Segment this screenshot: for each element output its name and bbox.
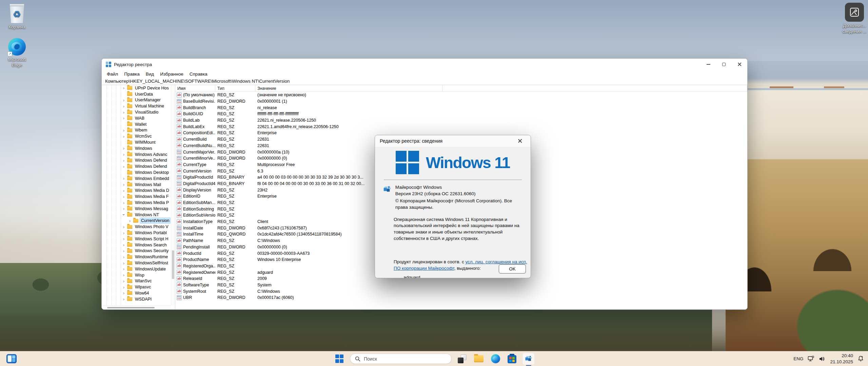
tree-item-7[interactable]: ›Wbem xyxy=(102,127,171,134)
chevron-right-icon[interactable]: › xyxy=(121,128,126,133)
start-button[interactable] xyxy=(333,353,346,365)
menu-item-2[interactable]: Вид xyxy=(143,70,157,78)
microsoft-store-button[interactable] xyxy=(506,353,518,365)
close-button[interactable] xyxy=(732,59,747,70)
value-row-1[interactable]: 011110BaseBuildRevisi...REG_DWORD0x00000… xyxy=(175,98,747,105)
chevron-right-icon[interactable]: › xyxy=(121,267,126,271)
chevron-right-icon[interactable]: › xyxy=(121,249,126,253)
tree-item-11[interactable]: ›Windows Advanc xyxy=(102,151,171,158)
tree-item-18[interactable]: ›Windows Media F xyxy=(102,194,171,200)
tree-item-9[interactable]: ›WIMMount xyxy=(102,139,171,145)
chevron-right-icon[interactable]: › xyxy=(121,176,126,181)
chevron-right-icon[interactable]: › xyxy=(121,237,126,241)
value-row-31[interactable]: abSystemRootREG_SZC:\Windows xyxy=(175,288,747,294)
network-icon[interactable] xyxy=(808,356,814,362)
taskbar-clock[interactable]: 20:40 21.10.2025 xyxy=(830,353,853,365)
chevron-right-icon[interactable]: › xyxy=(121,104,126,108)
tree-item-22[interactable]: ›CurrentVersion xyxy=(102,218,171,224)
chevron-right-icon[interactable]: › xyxy=(121,285,126,289)
chevron-right-icon[interactable]: › xyxy=(121,243,126,247)
maximize-button[interactable] xyxy=(716,59,732,70)
chevron-right-icon[interactable]: › xyxy=(121,146,126,150)
menu-item-0[interactable]: Файл xyxy=(104,70,121,78)
chevron-right-icon[interactable]: › xyxy=(121,86,126,90)
volume-icon[interactable] xyxy=(819,356,826,362)
address-bar[interactable]: Компьютер\HKEY_LOCAL_MACHINE\SOFTWARE\Mi… xyxy=(102,78,747,85)
tree-item-8[interactable]: ›WcmSvc xyxy=(102,133,171,139)
chevron-right-icon[interactable]: › xyxy=(121,164,126,169)
dialog-close-button[interactable] xyxy=(514,135,526,147)
notification-bell-dnd-icon[interactable]: z xyxy=(857,355,864,362)
chevron-right-icon[interactable]: › xyxy=(121,206,126,211)
tree-item-12[interactable]: ›Windows Defend xyxy=(102,158,171,164)
value-row-32[interactable]: 011110UBRREG_DWORD0x000017ac (6060) xyxy=(175,294,747,301)
edge-button[interactable] xyxy=(489,353,501,365)
tree-item-35[interactable]: ›WSDAPI xyxy=(102,296,171,302)
tree-item-16[interactable]: ›Windows Mail xyxy=(102,182,171,188)
chevron-right-icon[interactable]: › xyxy=(121,110,126,115)
tree-item-0[interactable]: ›UPnP Device Hos xyxy=(102,85,171,91)
tree-item-30[interactable]: ›WindowsUpdate xyxy=(102,266,171,272)
chevron-right-icon[interactable]: › xyxy=(121,231,126,235)
tree-item-5[interactable]: ›WAB xyxy=(102,115,171,121)
chevron-right-icon[interactable]: › xyxy=(121,182,126,187)
tree-item-2[interactable]: ›UserManager xyxy=(102,97,171,103)
tree-item-10[interactable]: ›Windows xyxy=(102,145,171,151)
tree-item-20[interactable]: ›Windows Messag xyxy=(102,206,171,212)
value-row-30[interactable]: abSoftwareTypeREG_SZSystem xyxy=(175,282,747,288)
regedit-titlebar[interactable]: Редактор реестра xyxy=(102,59,747,70)
tree-vertical-scrollbar[interactable] xyxy=(171,85,175,305)
tree-item-15[interactable]: ›Windows Embedd xyxy=(102,176,171,182)
tree-item-29[interactable]: ›WindowsSelfHost xyxy=(102,260,171,266)
chevron-right-icon[interactable]: › xyxy=(121,152,126,157)
regedit-taskbar-button[interactable] xyxy=(522,353,535,365)
chevron-right-icon[interactable]: › xyxy=(121,273,126,277)
tree-item-33[interactable]: ›Wlpasvc xyxy=(102,284,171,290)
chevron-right-icon[interactable]: › xyxy=(121,291,126,295)
task-view-button[interactable] xyxy=(456,353,468,365)
desktop-icon-additional-info[interactable]: Дополнит... сведения ... xyxy=(840,3,868,35)
chevron-right-icon[interactable]: › xyxy=(121,225,126,229)
tree-item-24[interactable]: ›Windows Portabl xyxy=(102,230,171,236)
tree-item-1[interactable]: ›UserData xyxy=(102,91,171,97)
taskbar-search[interactable] xyxy=(350,353,452,364)
menu-item-3[interactable]: Избранное xyxy=(157,70,186,78)
value-row-3[interactable]: abBuildGUIDREG_SZffffffff-ffff-ffff-ffff… xyxy=(175,111,747,117)
tree-item-28[interactable]: ›WindowsRuntime xyxy=(102,254,171,260)
chevron-right-icon[interactable]: › xyxy=(121,201,126,205)
tree-item-19[interactable]: ›Windows Media P xyxy=(102,200,171,206)
desktop-icon-edge[interactable]: ↗ Microsoft Edge xyxy=(3,38,31,68)
tree-item-25[interactable]: ›Windows Script H xyxy=(102,236,171,242)
ok-button[interactable]: OK xyxy=(499,264,526,273)
tree-item-31[interactable]: ›Wisp xyxy=(102,272,171,278)
chevron-right-icon[interactable]: › xyxy=(121,98,126,102)
search-input[interactable] xyxy=(364,356,438,362)
chevron-right-icon[interactable]: › xyxy=(127,219,132,223)
tree-horizontal-scrollbar[interactable] xyxy=(102,305,171,309)
column-header-2[interactable]: Значение xyxy=(255,85,442,92)
tree-item-17[interactable]: ›Windows Media D xyxy=(102,188,171,194)
chevron-right-icon[interactable]: › xyxy=(121,261,126,265)
tree-item-6[interactable]: ›Wallet xyxy=(102,121,171,127)
tree-item-4[interactable]: ›VisualStudio xyxy=(102,109,171,115)
language-indicator[interactable]: ENG xyxy=(793,356,803,361)
tree-item-23[interactable]: ›Windows Photo V xyxy=(102,224,171,230)
chevron-right-icon[interactable]: › xyxy=(121,255,126,259)
scrollbar-thumb[interactable] xyxy=(172,250,174,279)
column-header-1[interactable]: Тип xyxy=(215,85,255,92)
chevron-right-icon[interactable]: › xyxy=(121,116,126,120)
tree-item-32[interactable]: ›WlanSvc xyxy=(102,278,171,284)
tree-item-14[interactable]: ›Windows Desktop xyxy=(102,169,171,176)
tree-item-27[interactable]: ›Windows Security xyxy=(102,248,171,254)
value-row-5[interactable]: abBuildLabExREG_SZ22621.1.amd64fre.ni_re… xyxy=(175,123,747,130)
chevron-down-icon[interactable]: › xyxy=(122,212,126,217)
value-row-2[interactable]: abBuildBranchREG_SZni_release xyxy=(175,104,747,111)
tree-item-34[interactable]: ›Wow64 xyxy=(102,290,171,296)
tree-item-21[interactable]: ›Windows NT xyxy=(102,212,171,218)
tree-item-3[interactable]: ›Virtual Machine xyxy=(102,103,171,109)
chevron-right-icon[interactable]: › xyxy=(121,188,126,193)
menu-item-1[interactable]: Правка xyxy=(121,70,143,78)
value-row-4[interactable]: abBuildLabREG_SZ22621.ni_release.220506-… xyxy=(175,117,747,124)
dialog-titlebar[interactable]: Редактор реестра: сведения xyxy=(375,135,531,147)
menu-item-4[interactable]: Справка xyxy=(186,70,211,78)
